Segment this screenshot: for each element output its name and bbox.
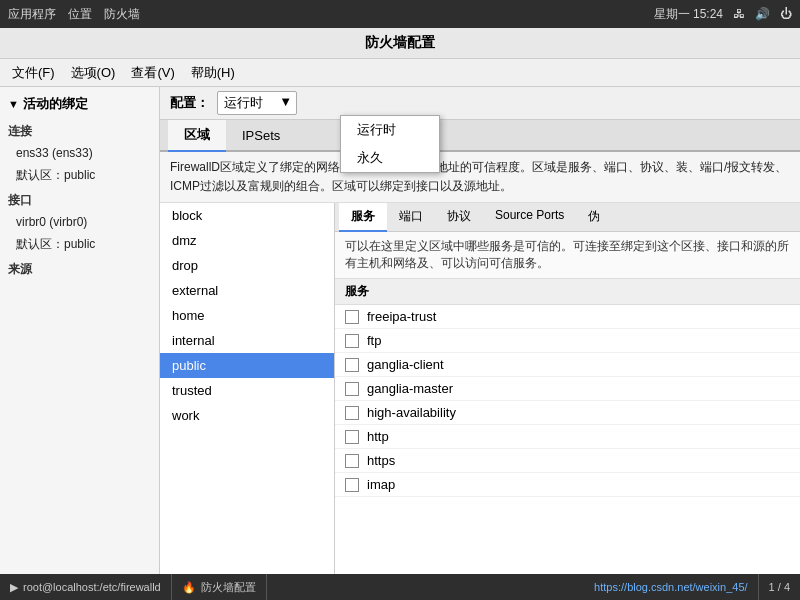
zone-list: block dmz drop external home internal pu… <box>160 203 335 574</box>
service-checkbox-ftp[interactable] <box>345 334 359 348</box>
config-selected: 运行时 <box>224 95 263 110</box>
service-list: freeipa-trust ftp ganglia-client <box>335 305 800 574</box>
main-content: ▼ 活动的绑定 连接 ens33 (ens33) 默认区：public 接口 v… <box>0 87 800 574</box>
service-checkbox-ganglia-client[interactable] <box>345 358 359 372</box>
sidebar-entry-ens33-zone: 默认区：public <box>0 164 159 186</box>
tab-ipsets[interactable]: IPSets <box>226 122 296 151</box>
service-description-text: 可以在这里定义区域中哪些服务是可信的。可连接至绑定到这个区接、接口和源的所有主机… <box>345 239 789 270</box>
tab-zones[interactable]: 区域 <box>168 120 226 152</box>
split-pane: block dmz drop external home internal pu… <box>160 203 800 574</box>
inner-tab-source-ports[interactable]: Source Ports <box>483 203 576 232</box>
volume-icon: 🔊 <box>755 7 770 21</box>
statusbar: ▶ root@localhost:/etc/firewalld 🔥 防火墙配置 … <box>0 574 800 600</box>
service-item-ganglia-client: ganglia-client <box>335 353 800 377</box>
service-checkbox-https[interactable] <box>345 454 359 468</box>
sidebar-entry-virbr0: virbr0 (virbr0) <box>0 211 159 233</box>
inner-tab-masquerade[interactable]: 伪 <box>576 203 612 232</box>
apps-menu[interactable]: 应用程序 <box>8 6 56 23</box>
statusbar-window[interactable]: 🔥 防火墙配置 <box>172 574 267 600</box>
sidebar-arrow-icon: ▼ <box>8 98 19 110</box>
service-name-ftp: ftp <box>367 333 381 348</box>
content-area: 配置： 运行时 ▼ 运行时 永久 区域 IPSets FirewallD区域定义… <box>160 87 800 574</box>
network-icon: 🖧 <box>733 7 745 21</box>
statusbar-terminal[interactable]: ▶ root@localhost:/etc/firewalld <box>0 574 172 600</box>
power-icon: ⏻ <box>780 7 792 21</box>
sidebar-section-header[interactable]: ▼ 活动的绑定 <box>0 91 159 117</box>
sidebar-group-source: 来源 <box>0 259 159 280</box>
statusbar-page: 1 / 4 <box>759 581 800 593</box>
terminal-icon: ▶ <box>10 581 18 594</box>
inner-tab-ports[interactable]: 端口 <box>387 203 435 232</box>
config-bar: 配置： 运行时 ▼ 运行时 永久 <box>160 87 800 120</box>
top-bar-right: 星期一 15:24 🖧 🔊 ⏻ <box>654 6 792 23</box>
service-item-freeipa-trust: freeipa-trust <box>335 305 800 329</box>
sidebar-group-connections: 连接 <box>0 121 159 142</box>
position-menu[interactable]: 位置 <box>68 6 92 23</box>
service-checkbox-imap[interactable] <box>345 478 359 492</box>
service-name-ganglia-master: ganglia-master <box>367 381 453 396</box>
sidebar-entry-virbr0-zone: 默认区：public <box>0 233 159 255</box>
firewall-menu[interactable]: 防火墙 <box>104 6 140 23</box>
service-name-https: https <box>367 453 395 468</box>
service-item-http: http <box>335 425 800 449</box>
zone-item-home[interactable]: home <box>160 303 334 328</box>
right-panel: 服务 端口 协议 Source Ports 伪 可以在这里定义区域中哪些服务是可… <box>335 203 800 574</box>
service-item-ftp: ftp <box>335 329 800 353</box>
zones-description-text: FirewallD区域定义了绑定的网络连接、接口以及源地址的可信程度。区域是服务… <box>170 160 787 193</box>
zone-item-internal[interactable]: internal <box>160 328 334 353</box>
service-checkbox-http[interactable] <box>345 430 359 444</box>
zone-item-public[interactable]: public <box>160 353 334 378</box>
service-name-freeipa-trust: freeipa-trust <box>367 309 436 324</box>
window-title: 防火墙配置 <box>365 34 435 50</box>
service-checkbox-high-availability[interactable] <box>345 406 359 420</box>
sidebar-entry-ens33: ens33 (ens33) <box>0 142 159 164</box>
service-name-http: http <box>367 429 389 444</box>
statusbar-window-label: 防火墙配置 <box>201 580 256 595</box>
service-item-ganglia-master: ganglia-master <box>335 377 800 401</box>
dropdown-item-runtime[interactable]: 运行时 <box>341 116 439 144</box>
zone-item-block[interactable]: block <box>160 203 334 228</box>
service-list-header: 服务 <box>335 279 800 305</box>
top-bar-left: 应用程序 位置 防火墙 <box>8 6 140 23</box>
zone-item-work[interactable]: work <box>160 403 334 428</box>
service-list-header-text: 服务 <box>345 284 369 298</box>
config-dropdown-arrow-icon: ▼ <box>279 94 292 109</box>
main-window: 防火墙配置 文件(F) 选项(O) 查看(V) 帮助(H) ▼ 活动的绑定 连接… <box>0 28 800 600</box>
inner-tab-protocol[interactable]: 协议 <box>435 203 483 232</box>
sidebar-group-interface: 接口 <box>0 190 159 211</box>
service-panel: 可以在这里定义区域中哪些服务是可信的。可连接至绑定到这个区接、接口和源的所有主机… <box>335 232 800 574</box>
zone-item-external[interactable]: external <box>160 278 334 303</box>
zones-description: FirewallD区域定义了绑定的网络连接、接口以及源地址的可信程度。区域是服务… <box>160 152 800 203</box>
menu-help[interactable]: 帮助(H) <box>183 61 243 85</box>
inner-tabs: 服务 端口 协议 Source Ports 伪 <box>335 203 800 232</box>
menu-bar: 文件(F) 选项(O) 查看(V) 帮助(H) <box>0 59 800 87</box>
sidebar-section-label: 活动的绑定 <box>23 95 88 113</box>
config-label: 配置： <box>170 94 209 112</box>
tabs-row: 区域 IPSets <box>160 120 800 152</box>
top-bar: 应用程序 位置 防火墙 星期一 15:24 🖧 🔊 ⏻ <box>0 0 800 28</box>
service-item-imap: imap <box>335 473 800 497</box>
service-name-imap: imap <box>367 477 395 492</box>
menu-options[interactable]: 选项(O) <box>63 61 124 85</box>
dropdown-item-permanent[interactable]: 永久 <box>341 144 439 172</box>
service-checkbox-ganglia-master[interactable] <box>345 382 359 396</box>
menu-file[interactable]: 文件(F) <box>4 61 63 85</box>
statusbar-terminal-label: root@localhost:/etc/firewalld <box>23 581 161 593</box>
zone-item-dmz[interactable]: dmz <box>160 228 334 253</box>
service-name-ganglia-client: ganglia-client <box>367 357 444 372</box>
config-dropdown[interactable]: 运行时 ▼ <box>217 91 297 115</box>
title-bar: 防火墙配置 <box>0 28 800 59</box>
service-description: 可以在这里定义区域中哪些服务是可信的。可连接至绑定到这个区接、接口和源的所有主机… <box>335 232 800 279</box>
service-item-high-availability: high-availability <box>335 401 800 425</box>
zone-item-trusted[interactable]: trusted <box>160 378 334 403</box>
datetime: 星期一 15:24 <box>654 6 723 23</box>
inner-tab-services[interactable]: 服务 <box>339 203 387 232</box>
statusbar-link: https://blog.csdn.net/weixin_45/ <box>584 574 758 600</box>
menu-view[interactable]: 查看(V) <box>123 61 182 85</box>
service-item-https: https <box>335 449 800 473</box>
service-name-high-availability: high-availability <box>367 405 456 420</box>
fire-icon: 🔥 <box>182 581 196 594</box>
zone-item-drop[interactable]: drop <box>160 253 334 278</box>
service-checkbox-freeipa-trust[interactable] <box>345 310 359 324</box>
config-dropdown-popup: 运行时 永久 <box>340 115 440 173</box>
